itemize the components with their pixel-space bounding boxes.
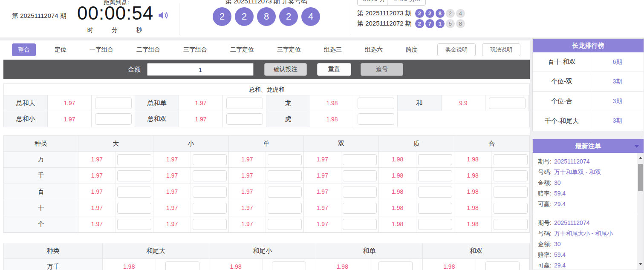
orders-list: 期号:20251112074号码:万十和单双 - 和双金额:30赔率:59.4可… [533, 153, 637, 270]
row-label: 万 [4, 152, 78, 168]
bet-input[interactable] [489, 98, 526, 109]
bet-input-wrap [116, 154, 153, 165]
bet-input[interactable] [343, 170, 377, 181]
tab-一字组合[interactable]: 一字组合 [85, 43, 118, 56]
bet-input[interactable] [358, 113, 394, 125]
reset-button[interactable]: 重置 [317, 63, 351, 76]
bet-input[interactable] [193, 154, 227, 165]
bet-input[interactable] [117, 219, 151, 230]
order-field-value: 59.4 [554, 250, 566, 260]
scroll-down-icon[interactable] [639, 263, 642, 265]
bet-input[interactable] [343, 154, 377, 165]
table-row: 十1.971.971.971.971.981.98 [4, 200, 529, 216]
amount-input[interactable] [147, 63, 254, 76]
bet-input[interactable] [494, 219, 528, 230]
chase-number-button[interactable]: 追号 [361, 63, 403, 76]
bet-input[interactable] [117, 154, 151, 165]
bet-input[interactable] [165, 261, 199, 270]
bet-input[interactable] [117, 187, 151, 198]
odds-value: 1.97 [229, 184, 266, 200]
bet-input[interactable] [343, 203, 377, 214]
result-trend-button[interactable]: 结果走势 [357, 0, 390, 6]
chevron-down-icon[interactable] [634, 145, 639, 148]
bet-input[interactable] [494, 203, 528, 214]
bet-input[interactable] [268, 170, 302, 181]
confirm-bet-button[interactable]: 确认投注 [264, 63, 307, 76]
order-field-label: 期号: [538, 218, 552, 228]
bet-input-cell [354, 95, 398, 111]
bet-input[interactable] [193, 187, 227, 198]
scroll-up-icon[interactable] [639, 157, 642, 159]
bet-input[interactable] [494, 170, 528, 181]
scrollbar-thumb[interactable] [638, 164, 643, 191]
bet-input[interactable] [268, 219, 302, 230]
bet-input-wrap [416, 187, 454, 198]
bet-input[interactable] [358, 98, 394, 109]
bet-input[interactable] [418, 170, 452, 181]
bet-input[interactable] [226, 113, 263, 125]
tab-二字组合[interactable]: 二字组合 [132, 43, 165, 56]
bet-input[interactable] [95, 98, 132, 109]
bet-input[interactable] [378, 261, 413, 270]
bet-input[interactable] [117, 170, 151, 181]
odds-bet-cell: 1.97 [229, 152, 304, 168]
bet-input[interactable] [418, 203, 452, 214]
bet-input[interactable] [226, 98, 263, 109]
bet-input[interactable] [418, 219, 452, 230]
bet-input[interactable] [494, 154, 528, 165]
history-ball: 2 [425, 9, 434, 18]
column-header: 合 [454, 136, 529, 152]
bet-input[interactable] [494, 187, 528, 198]
draw-title: 第 20251112073 期 开奖号码 [196, 0, 337, 6]
bet-input[interactable] [193, 170, 227, 181]
odds-value: 1.98 [379, 216, 416, 232]
history-issue-label: 第 20251112072 期 [357, 20, 412, 28]
bet-input[interactable] [117, 203, 151, 214]
tab-整合[interactable]: 整合 [12, 43, 36, 56]
bet-input[interactable] [268, 154, 302, 165]
bet-input[interactable] [268, 203, 302, 214]
bet-input[interactable] [343, 187, 377, 198]
order-field-value: 59.4 [554, 188, 566, 199]
bet-input[interactable] [95, 113, 132, 125]
odds-bet-cell: 1.97 [229, 216, 304, 233]
bet-input-cell [223, 95, 266, 111]
bet-input[interactable] [418, 187, 452, 198]
history-row: 第 20251112072 期27158 [357, 19, 466, 28]
speaker-icon[interactable] [157, 9, 169, 21]
bet-input[interactable] [193, 219, 227, 230]
odds-bet-cell: 1.97 [78, 168, 153, 184]
streak-label: 千个-和尾大 [533, 111, 591, 131]
table-row: 万1.971.971.971.971.981.98 [4, 152, 529, 168]
odds-value: 1.97 [229, 216, 266, 232]
odds-value: 1.98 [454, 184, 492, 200]
order-field-issue: 期号:20251112074 [538, 156, 637, 167]
tab-三字组合[interactable]: 三字组合 [179, 43, 211, 56]
rules-info-button[interactable]: 玩法说明 [482, 43, 520, 56]
odds-bet-cell: 1.98 [379, 168, 454, 184]
orders-scrollbar[interactable] [637, 153, 644, 270]
countdown-timer: 00:00:54 [77, 3, 153, 24]
view-trend-chart-button[interactable]: 查看走势图 [387, 0, 426, 6]
bet-input[interactable] [418, 154, 452, 165]
prize-info-button[interactable]: 奖金说明 [437, 43, 476, 56]
bet-input[interactable] [343, 219, 377, 230]
bet-input-wrap [492, 203, 529, 214]
odds-bet-cell: 1.97 [229, 184, 304, 200]
tab-定位[interactable]: 定位 [50, 43, 71, 56]
bet-input[interactable] [272, 261, 306, 270]
tab-二字定位[interactable]: 二字定位 [226, 43, 258, 56]
bet-input[interactable] [193, 203, 227, 214]
draw-ball: 2 [279, 7, 298, 26]
bet-input-wrap [341, 203, 379, 214]
odds-bet-cell: 1.97 [78, 216, 153, 233]
tab-三字定位[interactable]: 三字定位 [273, 43, 305, 56]
tab-组选六[interactable]: 组选六 [361, 43, 387, 56]
bet-input[interactable] [268, 187, 302, 198]
section-title: 总和、龙虎和 [4, 84, 529, 95]
odds-value: 1.97 [304, 184, 341, 200]
tab-组选三[interactable]: 组选三 [320, 43, 346, 56]
bet-input[interactable] [485, 261, 520, 270]
sum-item-label: 总和大 [4, 95, 48, 111]
tab-跨度[interactable]: 跨度 [401, 43, 422, 56]
